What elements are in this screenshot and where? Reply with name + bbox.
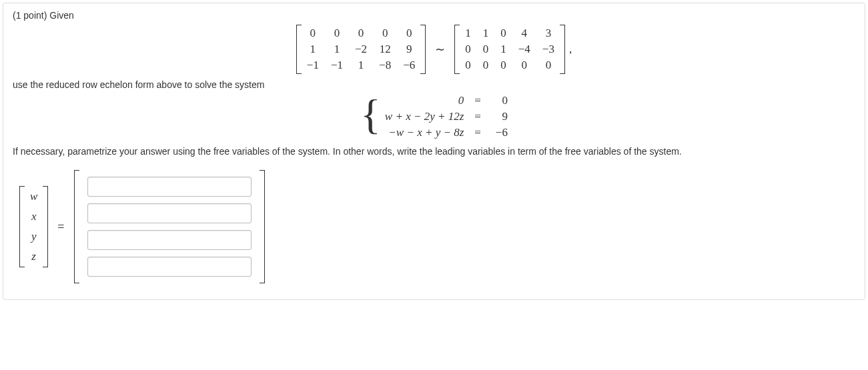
eq3-lhs: −w − x + y − 8z (385, 126, 464, 139)
answer-input-x[interactable] (87, 203, 252, 223)
var-y: y (30, 230, 37, 243)
matA-0-3: 0 (379, 27, 391, 40)
parametrize-instruction: If necessary, parametrize your answer us… (13, 146, 855, 157)
matB-2-4: 0 (542, 59, 554, 72)
trailing-comma: , (569, 43, 572, 56)
matrix-b: 1 1 0 4 3 0 0 1 −4 −3 0 0 0 0 0 (454, 25, 565, 74)
answer-input-y[interactable] (87, 230, 252, 250)
matA-2-0: −1 (307, 59, 319, 72)
matB-2-0: 0 (465, 59, 471, 72)
variable-vector: w x y z (19, 186, 48, 267)
matA-2-1: −1 (331, 59, 343, 72)
eq2-lhs: w + x − 2y + 12z (385, 110, 464, 123)
answer-input-w[interactable] (87, 177, 252, 197)
left-brace-icon: { (360, 94, 381, 139)
matB-2-3: 0 (518, 59, 530, 72)
matB-0-0: 1 (465, 27, 471, 40)
matA-2-2: 1 (355, 59, 367, 72)
matA-0-1: 0 (331, 27, 343, 40)
eq3-rhs: −6 (492, 126, 508, 139)
eq1-eq: = (474, 94, 481, 107)
matA-2-3: −8 (379, 59, 391, 72)
matrices-row: 0 0 0 0 0 1 1 −2 12 9 −1 −1 1 −8 −6 ∼ (13, 25, 855, 74)
var-z: z (30, 250, 37, 263)
matB-0-2: 0 (500, 27, 506, 40)
matB-2-2: 0 (500, 59, 506, 72)
matB-1-4: −3 (542, 43, 554, 56)
rref-instruction: use the reduced row echelon form above t… (13, 79, 855, 90)
matB-0-3: 4 (518, 27, 530, 40)
equals-sign: = (57, 220, 64, 234)
problem-container: (1 point) Given 0 0 0 0 0 1 1 −2 12 9 −1… (3, 3, 865, 300)
matA-1-3: 12 (379, 43, 391, 56)
matB-1-2: 1 (500, 43, 506, 56)
matB-0-1: 1 (483, 27, 489, 40)
matA-1-0: 1 (307, 43, 319, 56)
matA-0-2: 0 (355, 27, 367, 40)
matA-1-2: −2 (355, 43, 367, 56)
equation-system: { 0 = 0 w + x − 2y + 12z = 9 −w − x + y … (13, 94, 855, 139)
matA-1-1: 1 (331, 43, 343, 56)
eq1-rhs: 0 (492, 94, 508, 107)
matA-0-0: 0 (307, 27, 319, 40)
matA-2-4: −6 (403, 59, 415, 72)
eq2-rhs: 9 (492, 110, 508, 123)
matB-0-4: 3 (542, 27, 554, 40)
matB-1-0: 0 (465, 43, 471, 56)
answer-area: w x y z = (19, 170, 855, 283)
var-w: w (30, 190, 37, 203)
eq3-eq: = (474, 126, 481, 139)
problem-heading: (1 point) Given (13, 10, 855, 21)
var-x: x (30, 210, 37, 223)
matrix-a: 0 0 0 0 0 1 1 −2 12 9 −1 −1 1 −8 −6 (296, 25, 426, 74)
matB-2-1: 0 (483, 59, 489, 72)
answer-input-z[interactable] (87, 257, 252, 277)
eq2-eq: = (474, 110, 481, 123)
matB-1-3: −4 (518, 43, 530, 56)
matB-1-1: 0 (483, 43, 489, 56)
answer-vector (74, 170, 265, 283)
matA-1-4: 9 (403, 43, 415, 56)
eq1-lhs: 0 (385, 94, 464, 107)
matA-0-4: 0 (403, 27, 415, 40)
similar-to-symbol: ∼ (435, 42, 445, 57)
